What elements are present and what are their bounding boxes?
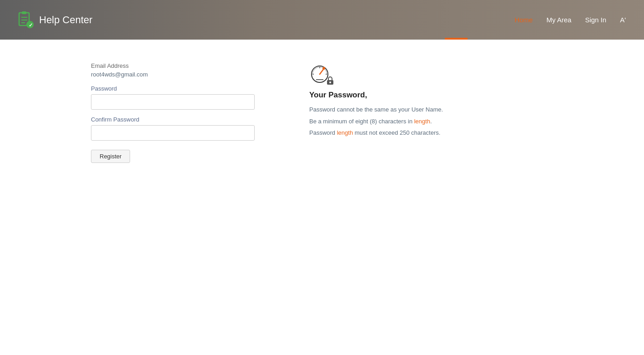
rule3-link-text[interactable]: length [337, 129, 353, 136]
password-composite-icon [309, 62, 335, 85]
your-password-title: Your Password, [309, 91, 553, 100]
lock-icon [326, 76, 335, 85]
nav-links: Home My Area Sign In A' [514, 16, 626, 24]
nav-home[interactable]: Home [514, 16, 533, 24]
info-section: Your Password, Password cannot be the sa… [309, 58, 553, 337]
nav-my-area[interactable]: My Area [546, 16, 571, 24]
password-label: Password [91, 85, 273, 92]
rule3-mid-text: must not exceed 250 characters. [353, 129, 440, 136]
rule1-text: Password cannot be the same as your User… [309, 106, 443, 113]
header-content: ✓ Help Center Home My Area Sign In A' [0, 0, 644, 40]
header: ✓ Help Center Home My Area Sign In A' [0, 0, 644, 40]
password-rule-1: Password cannot be the same as your User… [309, 105, 553, 114]
confirm-password-input[interactable] [91, 125, 255, 141]
svg-point-15 [329, 81, 331, 83]
register-button[interactable]: Register [91, 150, 130, 163]
svg-text:✓: ✓ [29, 22, 33, 28]
email-address-value: root4wds@gmail.com [91, 71, 273, 78]
nav-sign-in[interactable]: Sign In [585, 16, 606, 24]
password-input[interactable] [91, 94, 255, 110]
password-icon-area [309, 62, 553, 85]
logo-title: Help Center [39, 14, 92, 26]
font-size-button[interactable]: A' [620, 16, 626, 24]
rule2-link-text[interactable]: length [414, 118, 430, 125]
password-rule-3: Password length must not exceed 250 char… [309, 128, 553, 137]
email-address-label: Email Address [91, 62, 273, 69]
rule2-pre-text: Be a minimum of eight (8) characters in [309, 118, 414, 125]
rule2-post-text: . [430, 118, 432, 125]
main-content: Email Address root4wds@gmail.com Passwor… [0, 40, 644, 355]
svg-point-9 [322, 67, 325, 70]
logo-icon: ✓ [18, 11, 35, 29]
logo-area: ✓ Help Center [18, 11, 514, 29]
confirm-password-label: Confirm Password [91, 116, 273, 123]
svg-line-8 [320, 69, 324, 74]
svg-rect-1 [22, 11, 26, 14]
password-rule-2: Be a minimum of eight (8) characters in … [309, 117, 553, 126]
rule3-pre-text: Password [309, 129, 337, 136]
form-section: Email Address root4wds@gmail.com Passwor… [91, 58, 273, 337]
